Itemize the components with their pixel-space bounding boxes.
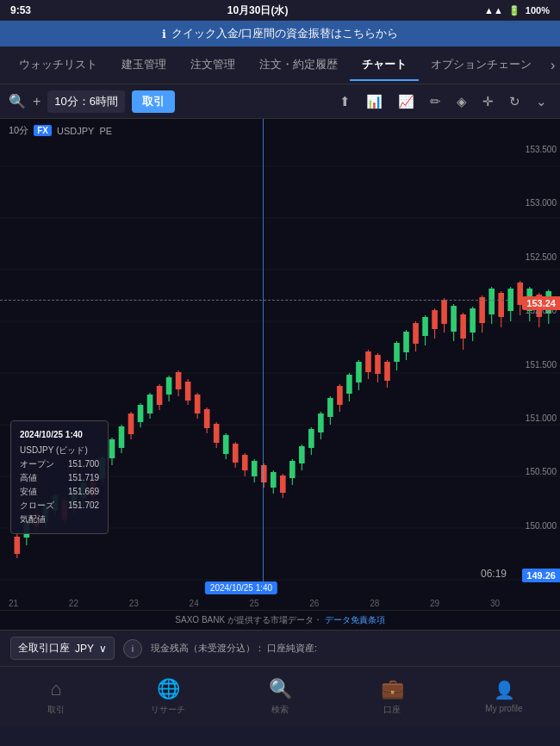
tooltip-date: 2024/10/25 1:40 <box>20 428 99 442</box>
nav-label-search: 検索 <box>271 704 289 716</box>
chart-label-row: 10分 FX USDJPY PE <box>9 124 112 137</box>
wifi-icon: ▲▲ <box>484 5 503 16</box>
tooltip-close-label: クローズ <box>20 499 54 513</box>
svg-rect-46 <box>185 382 191 401</box>
nav-tabs: ウォッチリスト 建玉管理 注文管理 注文・約定履歴 チャート オプションチェーン… <box>0 47 560 84</box>
currency-label: JPY <box>75 643 94 655</box>
account-label: 全取引口座 <box>18 641 70 656</box>
svg-rect-30 <box>109 439 115 458</box>
nav-label-profile: My profile <box>485 704 522 713</box>
status-date: 10月30日(水) <box>227 3 289 18</box>
time-label-1: 21 <box>9 599 18 608</box>
status-bar: 9:53 10月30日(水) ▲▲ 🔋 100% <box>0 0 560 21</box>
nav-item-trade[interactable]: ⌂ 取引 <box>0 667 112 726</box>
tab-chart[interactable]: チャート <box>350 50 419 81</box>
battery-icon: 🔋 <box>508 5 520 16</box>
add-instrument-icon[interactable]: + <box>33 94 40 109</box>
house-icon: ⌂ <box>50 678 61 700</box>
tooltip-high-value: 151.719 <box>68 471 99 485</box>
tab-watchlist[interactable]: ウォッチリスト <box>7 50 109 81</box>
nav-item-research[interactable]: 🌐 リサーチ <box>112 667 224 726</box>
tab-options[interactable]: オプションチェーン <box>419 50 544 81</box>
nav-item-account[interactable]: 💼 口座 <box>336 667 448 726</box>
svg-rect-50 <box>204 409 210 428</box>
disclaimer-link[interactable]: データ免責条項 <box>325 615 385 625</box>
candlestick-chart[interactable] <box>0 119 560 610</box>
svg-rect-66 <box>280 476 286 493</box>
tab-history[interactable]: 注文・約定履歴 <box>247 50 350 81</box>
svg-rect-100 <box>441 300 447 324</box>
crosshair-icon[interactable]: ✛ <box>478 92 498 111</box>
tooltip-open-label: オープン <box>20 457 54 471</box>
svg-rect-114 <box>507 289 513 311</box>
account-selector[interactable]: 全取引口座 JPY ∨ <box>10 637 115 660</box>
svg-rect-72 <box>308 429 314 448</box>
svg-rect-56 <box>233 444 239 463</box>
nav-item-profile[interactable]: 👤 My profile <box>448 667 560 726</box>
balance-label: 現金残高（未受渡分込）： <box>151 643 264 653</box>
tab-positions[interactable]: 建玉管理 <box>109 50 178 81</box>
svg-rect-34 <box>128 413 134 434</box>
top-banner[interactable]: ℹ クイック入金/口座間の資金振替はこちらから <box>0 21 560 47</box>
time-label-5: 25 <box>249 599 258 608</box>
chart-pair: USDJPY <box>57 126 94 136</box>
svg-rect-44 <box>176 372 182 389</box>
account-bar: 全取引口座 JPY ∨ i 現金残高（未受渡分込）： 口座純資産: <box>0 630 560 666</box>
tooltip-pair: USDJPY (ビッド) <box>20 444 99 457</box>
status-time: 9:53 <box>10 4 31 16</box>
trade-button[interactable]: 取引 <box>132 90 175 113</box>
nav-more-icon[interactable]: › <box>544 58 560 73</box>
nav-label-account: 口座 <box>383 704 401 716</box>
nav-item-search[interactable]: 🔍 検索 <box>224 667 336 726</box>
svg-rect-70 <box>299 446 305 463</box>
time-label-8: 29 <box>430 599 439 608</box>
search-nav-icon: 🔍 <box>269 678 292 700</box>
tab-orders[interactable]: 注文管理 <box>178 50 247 81</box>
svg-rect-84 <box>365 351 371 372</box>
tooltip-low-value: 151.669 <box>68 485 99 499</box>
chart-container[interactable]: 10分 FX USDJPY PE <box>0 119 560 610</box>
svg-rect-52 <box>214 424 220 443</box>
svg-rect-10 <box>15 537 21 554</box>
svg-rect-102 <box>451 306 457 332</box>
svg-rect-62 <box>261 465 267 482</box>
tooltip-low-label: 安値 <box>20 485 37 499</box>
svg-rect-48 <box>195 395 201 413</box>
selected-date-label: 2024/10/25 1:40 <box>205 581 277 594</box>
balance-info: 現金残高（未受渡分込）： 口座純資産: <box>151 642 317 655</box>
line-chart-icon[interactable]: 📈 <box>394 92 419 111</box>
time-price-badge: 149.26 <box>522 569 560 582</box>
tooltip-open-value: 151.700 <box>68 457 99 471</box>
info-button[interactable]: i <box>123 639 142 658</box>
nav-label-research: リサーチ <box>151 704 185 716</box>
draw-icon[interactable]: ✏ <box>426 92 445 111</box>
time-label-6: 26 <box>309 599 319 608</box>
fx-badge: FX <box>34 125 52 136</box>
chart-toolbar: 🔍 + 10分：6時間 取引 ⬆ 📊 📈 ✏ ◈ ✛ ↻ ⌄ <box>0 84 560 119</box>
chevron-icon: ∨ <box>99 643 107 655</box>
svg-rect-106 <box>470 308 476 333</box>
svg-rect-96 <box>422 317 428 336</box>
banner-text: クイック入金/口座間の資金振替はこちらから <box>171 26 399 41</box>
svg-rect-76 <box>327 398 333 417</box>
tooltip-extra: 気配値 <box>20 513 99 526</box>
svg-rect-94 <box>413 323 419 344</box>
time-selector[interactable]: 10分：6時間 <box>47 90 125 113</box>
briefcase-icon: 💼 <box>381 678 404 700</box>
svg-rect-74 <box>318 413 324 432</box>
tooltip-close-value: 151.702 <box>68 499 99 513</box>
svg-rect-92 <box>403 332 409 352</box>
share-icon[interactable]: ⬆ <box>335 92 355 111</box>
layers-icon[interactable]: ◈ <box>452 92 471 111</box>
refresh-icon[interactable]: ↻ <box>505 92 525 111</box>
nav-label-trade: 取引 <box>47 704 65 716</box>
chevron-down-icon[interactable]: ⌄ <box>532 92 551 111</box>
bar-chart-icon[interactable]: 📊 <box>362 92 387 111</box>
svg-rect-86 <box>375 355 381 374</box>
time-label-3: 23 <box>129 599 139 608</box>
search-icon[interactable]: 🔍 <box>9 93 26 109</box>
current-price-badge: 153.24 <box>522 296 560 310</box>
svg-rect-32 <box>119 426 125 448</box>
svg-rect-110 <box>488 289 495 314</box>
svg-rect-68 <box>289 461 296 478</box>
